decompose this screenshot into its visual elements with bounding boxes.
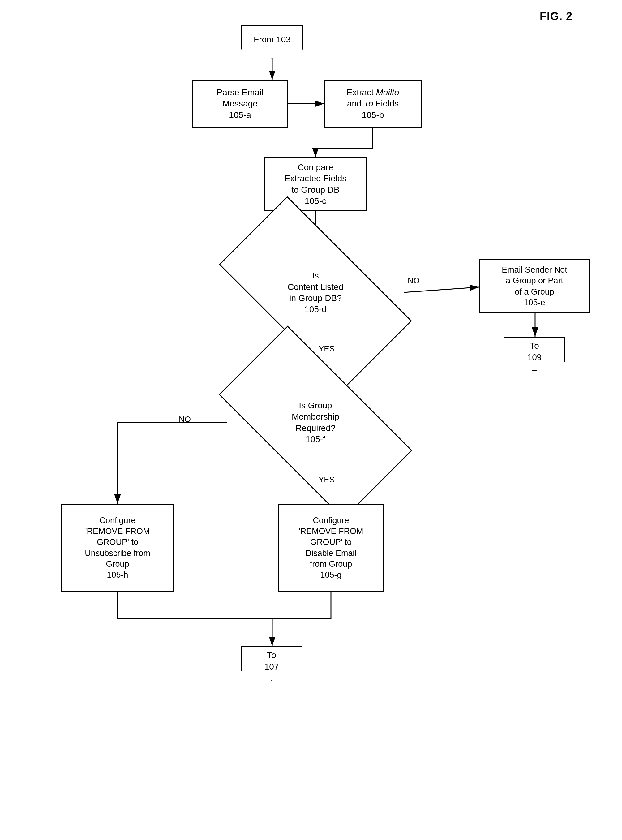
extract-fields-label: Extract Mailtoand To Fields105-b (347, 87, 399, 121)
parse-email-label: Parse EmailMessage105-a (217, 87, 264, 121)
yes-label-2: YES (319, 475, 335, 484)
yes-label-1: YES (319, 344, 335, 354)
configure-disable-node: Configure'REMOVE FROMGROUP' toDisable Em… (278, 504, 384, 592)
figure-title: FIG. 2 (540, 9, 573, 24)
compare-fields-label: CompareExtracted Fieldsto Group DB105-c (285, 162, 347, 207)
configure-unsubscribe-label: Configure'REMOVE FROMGROUP' toUnsubscrib… (85, 515, 150, 580)
content-listed-label: IsContent Listedin Group DB?105-d (288, 270, 344, 315)
extract-fields-node: Extract Mailtoand To Fields105-b (324, 80, 422, 128)
group-membership-label: Is GroupMembershipRequired?105-f (292, 400, 339, 445)
configure-disable-label: Configure'REMOVE FROMGROUP' toDisable Em… (299, 515, 363, 580)
email-sender-label: Email Sender Nota Group or Partof a Grou… (502, 264, 567, 308)
no-label-1: NO (408, 276, 420, 286)
group-membership-diamond: Is GroupMembershipRequired?105-f (227, 374, 404, 471)
parse-email-node: Parse EmailMessage105-a (192, 80, 288, 128)
svg-line-4 (404, 287, 479, 292)
configure-unsubscribe-node: Configure'REMOVE FROMGROUP' toUnsubscrib… (61, 504, 174, 592)
to-109-node: To109 (503, 337, 566, 371)
no-label-2: NO (179, 415, 191, 424)
from-103-node: From 103 (241, 25, 303, 59)
to-107-label: To107 (264, 650, 279, 677)
from-103-label: From 103 (254, 34, 291, 50)
email-sender-node: Email Sender Nota Group or Partof a Grou… (479, 259, 590, 313)
content-listed-diamond: IsContent Listedin Group DB?105-d (227, 244, 404, 341)
to-109-label: To109 (527, 340, 542, 368)
to-107-node: To107 (241, 646, 302, 681)
